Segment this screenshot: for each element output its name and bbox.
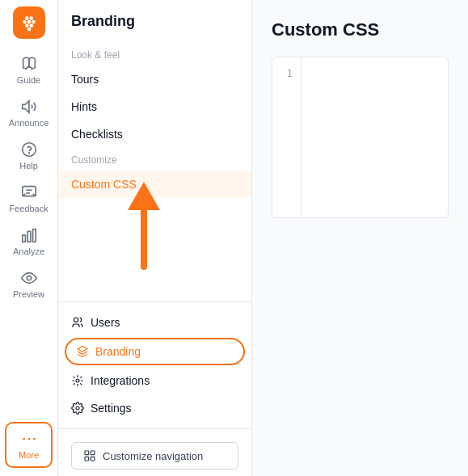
branding-icon [76, 345, 89, 358]
sidebar-item-more[interactable]: More [5, 422, 53, 468]
svg-point-5 [24, 23, 28, 27]
svg-rect-24 [91, 451, 95, 455]
svg-point-7 [27, 27, 31, 32]
page-title: Custom CSS [272, 19, 449, 40]
sidebar-item-help[interactable]: Help [0, 134, 57, 177]
tours-label: Tours [71, 73, 99, 86]
code-content[interactable] [301, 57, 448, 217]
users-icon [71, 316, 84, 329]
svg-point-21 [76, 379, 79, 382]
guide-icon [20, 55, 38, 73]
customize-nav-label: Customize navigation [103, 450, 203, 462]
svg-point-18 [27, 438, 30, 440]
svg-rect-26 [91, 457, 95, 461]
svg-rect-15 [32, 230, 36, 242]
svg-point-4 [32, 20, 36, 24]
customize-section-label: Customize [58, 148, 251, 171]
more-label: More [19, 450, 39, 460]
icon-sidebar: Guide Announce Help [0, 0, 58, 476]
svg-point-20 [74, 318, 78, 322]
integrations-label: Integrations [91, 374, 150, 387]
svg-point-17 [23, 438, 25, 440]
sidebar-item-announce[interactable]: Announce [0, 91, 57, 134]
sidebar-item-guide[interactable]: Guide [0, 48, 57, 91]
custom-css-label: Custom CSS [71, 178, 137, 191]
main-content: Custom CSS 1 [252, 0, 468, 476]
menu-item-checklists[interactable]: Checklists [58, 120, 251, 148]
grape-icon [20, 14, 38, 32]
integrations-icon [71, 374, 84, 387]
menu-item-hints[interactable]: Hints [58, 93, 251, 120]
help-icon [20, 141, 38, 158]
hints-label: Hints [71, 100, 97, 113]
branding-label: Branding [95, 345, 141, 358]
app-logo[interactable] [13, 6, 45, 39]
menu-item-custom-css[interactable]: Custom CSS [58, 171, 251, 198]
svg-point-22 [76, 406, 79, 410]
menu-item-tours[interactable]: Tours [58, 65, 251, 93]
feedback-label: Feedback [9, 204, 48, 213]
customize-nav-icon [83, 449, 96, 462]
svg-point-3 [27, 20, 31, 24]
menu-item-integrations[interactable]: Integrations [58, 367, 251, 394]
more-icon [20, 430, 38, 448]
feedback-icon [20, 183, 38, 201]
svg-rect-14 [27, 231, 31, 242]
branding-sidebar: Branding Look & feel Tours Hints Checkli… [58, 0, 252, 476]
svg-rect-13 [22, 235, 25, 242]
svg-rect-25 [85, 457, 89, 461]
sidebar-item-preview[interactable]: Preview [0, 263, 57, 305]
divider-bottom [58, 428, 251, 429]
sidebar-item-feedback[interactable]: Feedback [0, 177, 57, 220]
preview-label: Preview [13, 289, 44, 299]
svg-point-9 [28, 153, 29, 154]
look-feel-section-label: Look & feel [58, 43, 251, 65]
analyze-icon [20, 226, 38, 244]
svg-point-8 [22, 143, 36, 157]
settings-label: Settings [91, 402, 132, 415]
svg-point-0 [24, 16, 28, 20]
branding-sidebar-title: Branding [58, 13, 251, 43]
line-number-1: 1 [280, 67, 293, 79]
customize-navigation-button[interactable]: Customize navigation [71, 442, 238, 470]
users-label: Users [91, 316, 120, 329]
preview-icon [20, 269, 38, 287]
guide-label: Guide [17, 75, 40, 85]
divider-top [58, 301, 251, 302]
code-editor[interactable]: 1 [272, 57, 449, 218]
svg-point-6 [29, 23, 33, 27]
line-numbers: 1 [272, 57, 301, 217]
announce-icon [20, 98, 38, 116]
analyze-label: Analyze [13, 246, 44, 256]
announce-label: Announce [9, 118, 49, 128]
svg-point-1 [29, 16, 33, 20]
sidebar-item-analyze[interactable]: Analyze [0, 220, 57, 263]
settings-icon [71, 402, 84, 415]
svg-point-16 [27, 276, 32, 280]
svg-point-2 [23, 20, 27, 24]
menu-item-settings[interactable]: Settings [58, 394, 251, 422]
menu-item-users[interactable]: Users [58, 309, 251, 336]
svg-rect-23 [85, 451, 89, 455]
checklists-label: Checklists [71, 128, 123, 141]
menu-item-branding[interactable]: Branding [65, 338, 245, 365]
svg-point-19 [33, 438, 36, 440]
help-label: Help [19, 161, 38, 171]
